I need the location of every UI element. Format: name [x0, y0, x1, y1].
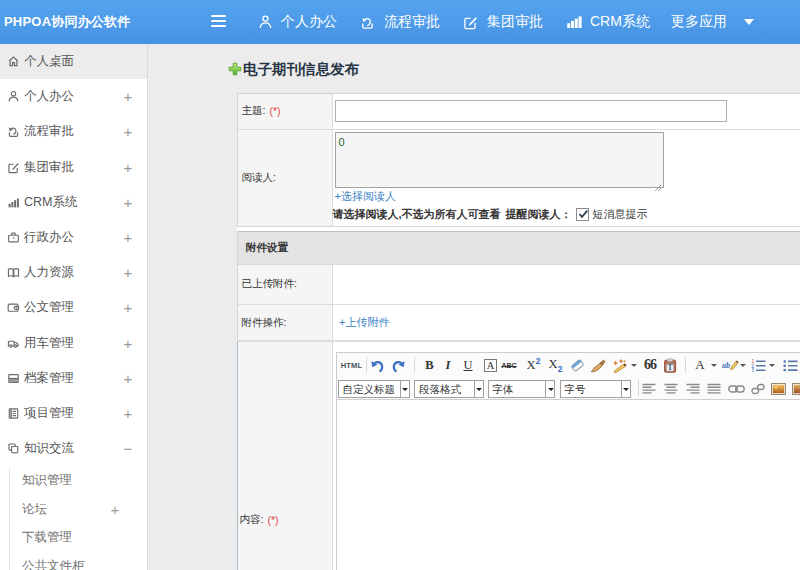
home-icon — [7, 55, 20, 68]
unordered-list-icon[interactable] — [783, 353, 799, 377]
sidebar-subitem-download-management[interactable]: 下载管理 — [0, 523, 147, 552]
app-header: PHPOA协同办公软件 个人办公 流程审批 集团审批 CRM系统 — [0, 0, 800, 44]
expand-plus-icon[interactable]: + — [121, 194, 135, 211]
superscript-button[interactable]: X2 — [525, 353, 543, 377]
upload-attachment-link[interactable]: +上传附件 — [339, 315, 389, 330]
nav-workflow-approval[interactable]: 流程审批 — [360, 0, 440, 44]
undo-icon[interactable] — [370, 353, 387, 377]
nav-group-approval[interactable]: 集团审批 — [463, 0, 543, 44]
unlink-icon[interactable] — [751, 377, 765, 400]
sidebar-subitem-knowledge-management[interactable]: 知识管理 — [0, 466, 147, 495]
combo-caret-icon[interactable] — [400, 381, 409, 397]
paragraph-format-select[interactable]: 段落格式 — [414, 380, 484, 398]
truck-icon — [7, 337, 20, 350]
sidebar-item-workflow-approval[interactable]: 流程审批 + — [0, 114, 147, 149]
combo-caret-icon[interactable] — [474, 381, 483, 397]
hamburger-menu-icon[interactable] — [211, 15, 226, 28]
readers-hint-line: 请选择阅读人,不选为所有人可查看 提醒阅读人： 短消息提示 — [333, 207, 800, 222]
book-icon — [7, 266, 20, 279]
expand-plus-icon[interactable]: + — [121, 370, 135, 387]
add-plus-icon — [228, 62, 242, 76]
wallet-icon — [7, 301, 20, 314]
editor-content-area[interactable] — [337, 400, 800, 570]
sidebar-item-crm-system[interactable]: CRM系统 + — [0, 185, 147, 220]
expand-plus-icon[interactable]: + — [121, 299, 135, 316]
expand-plus-icon[interactable]: + — [121, 264, 135, 281]
sidebar-subitem-forum[interactable]: 论坛 + — [0, 495, 147, 524]
readers-label: 阅读人: — [238, 130, 333, 226]
nav-crm-system[interactable]: CRM系统 — [566, 0, 650, 44]
readers-row: 阅读人: +选择阅读人 请选择阅读人,不选为所有人可查看 提醒阅读人： — [238, 129, 800, 226]
eraser-icon[interactable] — [570, 353, 586, 377]
redo-icon[interactable] — [389, 353, 407, 377]
strikethrough-button[interactable]: ABC — [501, 353, 518, 377]
nav-personal-office[interactable]: 个人办公 — [259, 0, 337, 44]
paste-text-icon[interactable]: T — [663, 353, 678, 377]
sidebar-item-vehicle-management[interactable]: 用车管理 + — [0, 326, 147, 361]
main-content: 电子期刊信息发布 主题: (*) 阅读人: — [149, 44, 800, 570]
expand-plus-icon[interactable]: + — [121, 229, 135, 246]
sms-checkbox[interactable] — [576, 208, 589, 221]
italic-button[interactable]: I — [442, 353, 455, 377]
autoformat-wand-icon[interactable] — [611, 353, 629, 377]
sidebar-item-knowledge-exchange[interactable]: 知识交流 − — [0, 431, 147, 466]
subscript-button[interactable]: X2 — [547, 353, 565, 377]
caret-down-icon[interactable] — [631, 364, 637, 367]
attachment-section-header: 附件设置 — [238, 232, 800, 265]
autotypeset-button[interactable]: A — [483, 353, 499, 377]
page-title: 电子期刊信息发布 — [228, 54, 359, 84]
html-source-button[interactable]: HTML — [342, 353, 362, 377]
insert-photo-icon[interactable] — [792, 377, 800, 400]
sidebar-item-group-approval[interactable]: 集团审批 + — [0, 150, 147, 185]
sidebar-item-administration[interactable]: 行政办公 + — [0, 220, 147, 255]
bold-button[interactable]: B — [422, 353, 438, 377]
sidebar-item-archive-management[interactable]: 档案管理 + — [0, 361, 147, 396]
link-icon[interactable] — [728, 377, 745, 400]
nav-more-apps[interactable]: 更多应用 — [671, 0, 727, 44]
caret-down-icon[interactable] — [711, 364, 717, 367]
combo-caret-icon[interactable] — [621, 381, 630, 397]
sidebar-item-human-resources[interactable]: 人力资源 + — [0, 255, 147, 290]
collapse-minus-icon[interactable]: − — [121, 440, 135, 457]
align-center-icon[interactable] — [664, 377, 678, 400]
subject-input[interactable] — [335, 100, 727, 122]
align-right-icon[interactable] — [686, 377, 700, 400]
custom-title-select[interactable]: 自定义标题 — [338, 380, 410, 398]
expand-plus-icon[interactable]: + — [121, 405, 135, 422]
sidebar-item-personal-desktop[interactable]: 个人桌面 — [0, 44, 147, 79]
blockquote-button[interactable]: 66 — [642, 353, 659, 377]
expand-plus-icon[interactable]: + — [121, 159, 135, 176]
caret-down-icon[interactable] — [740, 364, 746, 367]
format-brush-icon[interactable] — [590, 353, 607, 377]
caret-down-icon[interactable] — [744, 19, 754, 25]
sidebar-item-personal-office[interactable]: 个人办公 + — [0, 79, 147, 114]
insert-image-icon[interactable] — [771, 377, 786, 400]
align-justify-icon[interactable] — [707, 377, 721, 400]
font-family-select[interactable]: 字体 — [488, 380, 556, 398]
subject-row: 主题: (*) — [238, 94, 800, 130]
expand-plus-icon[interactable]: + — [121, 88, 135, 105]
font-color-button[interactable]: A — [693, 353, 708, 377]
choose-readers-link[interactable]: +选择阅读人 — [335, 189, 800, 204]
underline-button[interactable]: U — [461, 353, 476, 377]
history-icon — [7, 125, 20, 138]
sidebar-submenu: 知识管理 论坛 + 下载管理 公共文件柜 — [0, 466, 147, 570]
sidebar-subitem-public-file-cabinet[interactable]: 公共文件柜 — [0, 552, 147, 570]
font-size-select[interactable]: 字号 — [560, 380, 631, 398]
subject-label: 主题: (*) — [238, 94, 333, 130]
nav-label: CRM系统 — [590, 13, 650, 31]
sidebar-item-document-management[interactable]: 公文管理 + — [0, 290, 147, 325]
background-color-icon[interactable]: ab — [722, 353, 739, 377]
expand-plus-icon[interactable]: + — [121, 123, 135, 140]
expand-plus-icon[interactable]: + — [121, 335, 135, 352]
align-left-icon[interactable] — [642, 377, 656, 400]
nav-label: 流程审批 — [384, 13, 440, 31]
ordered-list-icon[interactable]: 1 2 3 — [751, 353, 767, 377]
readers-textarea[interactable] — [335, 132, 664, 188]
combo-caret-icon[interactable] — [545, 381, 554, 397]
caret-down-icon[interactable] — [769, 364, 775, 367]
resize-grip-icon[interactable] — [654, 178, 662, 186]
sidebar-item-project-management[interactable]: 项目管理 + — [0, 396, 147, 431]
sidebar: 个人桌面 个人办公 + 流程审批 + 集团审批 + CRM系统 — [0, 44, 148, 570]
expand-plus-icon[interactable]: + — [108, 501, 122, 518]
